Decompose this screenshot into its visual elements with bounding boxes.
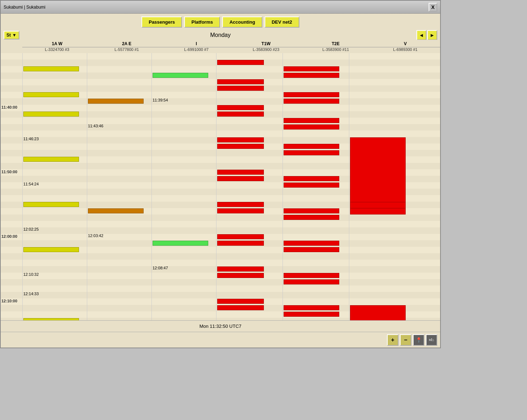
- schedule-bar[interactable]: [153, 241, 208, 246]
- col-header-V: V L-6989300 #1: [370, 41, 440, 52]
- schedule-bar[interactable]: [217, 105, 264, 110]
- schedule-bar[interactable]: [217, 234, 264, 239]
- schedule-bar[interactable]: [217, 137, 264, 142]
- schedule-bar[interactable]: [23, 66, 79, 71]
- schedule-bar[interactable]: [284, 92, 339, 97]
- schedule-bar[interactable]: [284, 215, 339, 220]
- col-header-2AE: 2A E L-5577800 #1: [92, 41, 162, 52]
- schedule-bar[interactable]: [350, 202, 406, 208]
- location-button[interactable]: 📍: [413, 334, 424, 346]
- schedule-bar[interactable]: [23, 318, 79, 320]
- tab-platforms[interactable]: Platforms: [184, 16, 220, 28]
- schedule-bar[interactable]: [88, 99, 144, 104]
- st-select-button[interactable]: St ▼: [4, 31, 19, 39]
- zoom-in-button[interactable]: +: [387, 334, 398, 346]
- col-2AE: 11:39:4611:43:4611:59:4212:03:4212:19:37…: [87, 53, 151, 320]
- zoom-out-button[interactable]: −: [400, 334, 411, 346]
- schedule-bar[interactable]: [217, 170, 264, 175]
- schedule-bar[interactable]: [23, 202, 79, 207]
- schedule-bar[interactable]: [23, 247, 79, 252]
- app-window: Sukabumi | Sukabumi X Passengers Platfor…: [0, 0, 441, 348]
- schedule-bar[interactable]: [217, 86, 264, 91]
- schedule-bar[interactable]: [284, 66, 339, 71]
- schedule-bar[interactable]: [23, 92, 79, 97]
- prev-button[interactable]: ◄: [416, 30, 426, 40]
- schedule-bar[interactable]: [284, 247, 339, 252]
- schedule-bar[interactable]: [217, 202, 264, 207]
- col-T2E: 11:34:2011:35:2011:39:1311:40:1311:44:06…: [283, 53, 349, 320]
- schedule-bar[interactable]: [217, 112, 264, 117]
- nav-buttons: ◄ ►: [416, 30, 437, 40]
- tab-passengers[interactable]: Passengers: [141, 16, 182, 28]
- time-column: 11:40:0011:50:0012:00:0012:10:0012:20:00…: [1, 53, 22, 320]
- col-1AW: 11:34:2211:38:2211:42:2311:46:2311:50:24…: [22, 53, 87, 320]
- schedule-bar[interactable]: [217, 305, 264, 310]
- schedule-bar[interactable]: [284, 99, 339, 104]
- col-header-T2E: T2E L-3583900 #11: [301, 41, 370, 52]
- status-bar: Mon 11:32:50 UTC7: [1, 320, 440, 332]
- schedule-bar[interactable]: [217, 299, 264, 304]
- time-entry: 12:14:33: [23, 292, 39, 296]
- day-bar: St ▼ Monday ◄ ►: [1, 30, 440, 40]
- schedule-bar[interactable]: [153, 73, 208, 78]
- col-header-I: I L-6991000 #7: [162, 41, 231, 52]
- schedule-bar[interactable]: [284, 241, 339, 246]
- schedule-bar[interactable]: [284, 144, 339, 149]
- tab-bar: Passengers Platforms Accounting DEV net2: [1, 14, 440, 30]
- col-V: 11:47:1711:57:1712:13:3412:23:34: [349, 53, 415, 320]
- time-entry: 11:46:23: [23, 137, 39, 141]
- schedule-bar[interactable]: [217, 241, 264, 246]
- schedule-bar[interactable]: [217, 273, 264, 278]
- time-entry: 12:03:42: [88, 233, 103, 238]
- close-button[interactable]: X: [429, 3, 437, 11]
- schedule-body[interactable]: 11:40:0011:50:0012:00:0012:10:0012:20:00…: [1, 53, 440, 320]
- schedule-bar[interactable]: [284, 73, 339, 78]
- schedule-bar[interactable]: [23, 112, 79, 117]
- schedule-bar[interactable]: [350, 305, 406, 320]
- schedule-bar[interactable]: [217, 208, 264, 213]
- time-label: 11:40:00: [1, 105, 17, 109]
- title-bar: Sukabumi | Sukabumi X: [1, 1, 440, 14]
- schedule-bar[interactable]: [217, 266, 264, 272]
- col-header-T1W: T1W L-3583900 #23: [231, 41, 301, 52]
- schedule-bar[interactable]: [284, 150, 339, 155]
- tab-accounting[interactable]: Accounting: [222, 16, 262, 28]
- tab-devnet2[interactable]: DEV net2: [265, 16, 299, 28]
- schedule-bar[interactable]: [217, 79, 264, 84]
- schedule-bar[interactable]: [284, 305, 339, 310]
- time-entry: 12:02:25: [23, 227, 39, 231]
- time-entry: 11:54:24: [23, 182, 39, 186]
- schedule-bar[interactable]: [217, 144, 264, 149]
- schedule-bar[interactable]: [284, 208, 339, 213]
- menu-home-button[interactable]: ≡/⌂: [426, 334, 437, 346]
- schedule-bar[interactable]: [284, 118, 339, 123]
- st-dropdown[interactable]: St ▼: [4, 31, 19, 39]
- schedule-content: 11:40:0011:50:0012:00:0012:10:0012:20:00…: [1, 53, 440, 320]
- window-title: Sukabumi | Sukabumi: [4, 5, 46, 10]
- schedule-bar[interactable]: [284, 279, 339, 284]
- schedule-wrapper: 1A W L-3324700 #3 2A E L-5577800 #1 I L-…: [1, 40, 440, 320]
- schedule-bar[interactable]: [23, 157, 79, 162]
- next-button[interactable]: ►: [427, 30, 437, 40]
- bottom-bar: + − 📍 ≡/⌂: [1, 332, 440, 348]
- time-entry: 11:43:46: [88, 124, 103, 128]
- time-entry: 12:08:47: [153, 266, 168, 270]
- schedule-bar[interactable]: [284, 183, 339, 188]
- col-header-1AW: 1A W L-3324700 #3: [22, 41, 92, 52]
- col-T1W: 11:33:5111:37:5411:38:5411:42:4711:43:47…: [216, 53, 283, 320]
- schedule-bar[interactable]: [284, 176, 339, 181]
- status-text: Mon 11:32:50 UTC7: [199, 324, 241, 329]
- column-headers: 1A W L-3324700 #3 2A E L-5577800 #1 I L-…: [1, 40, 440, 53]
- time-entry: 12:10:32: [23, 272, 39, 277]
- time-label: 11:50:00: [1, 170, 17, 174]
- col-I: 11:35:5411:39:5412:04:4712:08:4712:33:41…: [151, 53, 216, 320]
- schedule-bar[interactable]: [217, 60, 264, 65]
- schedule-bar[interactable]: [284, 312, 339, 317]
- time-label: 12:00:00: [1, 234, 17, 239]
- schedule-bar[interactable]: [88, 208, 144, 213]
- schedule-bar[interactable]: [284, 273, 339, 278]
- schedule-bar[interactable]: [284, 124, 339, 129]
- schedule-bar[interactable]: [217, 176, 264, 181]
- time-entry: 11:39:54: [153, 98, 168, 102]
- time-label: 12:10:00: [1, 299, 17, 303]
